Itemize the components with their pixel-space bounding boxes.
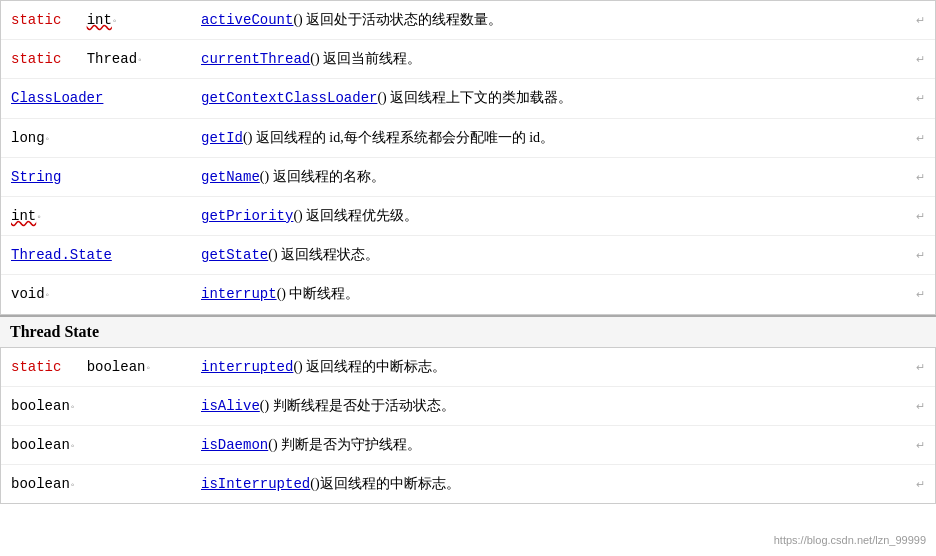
page-container: static int◦ activeCount() 返回处于活动状态的线程数量。…	[0, 0, 936, 504]
type-cell: Thread.State	[11, 243, 201, 268]
method-desc: () 中断线程。	[277, 286, 360, 301]
type-thread: Thread	[87, 51, 137, 67]
method-link[interactable]: activeCount	[201, 12, 293, 28]
table-row: ClassLoader getContextClassLoader() 返回线程…	[1, 79, 935, 118]
method-link[interactable]: interrupted	[201, 359, 293, 375]
method-cell: interrupted() 返回线程的中断标志。	[201, 354, 905, 380]
row-icon: ↵	[905, 128, 925, 150]
type-classloader[interactable]: ClassLoader	[11, 90, 103, 106]
type-threadstate[interactable]: Thread.State	[11, 247, 112, 263]
method-desc: () 返回线程上下文的类加载器。	[377, 90, 572, 105]
type-int: int	[11, 208, 36, 224]
top-table: static int◦ activeCount() 返回处于活动状态的线程数量。…	[0, 0, 936, 315]
static-keyword: static	[11, 359, 61, 375]
method-cell: isInterrupted()返回线程的中断标志。	[201, 471, 905, 497]
row-icon: ↵	[905, 284, 925, 306]
method-cell: isDaemon() 判断是否为守护线程。	[201, 432, 905, 458]
watermark-text: https://blog.csdn.net/lzn_99999	[774, 534, 926, 546]
method-desc: () 返回线程状态。	[268, 247, 379, 262]
method-link[interactable]: isInterrupted	[201, 476, 310, 492]
method-link[interactable]: getId	[201, 130, 243, 146]
row-icon: ↵	[905, 435, 925, 457]
method-cell: getState() 返回线程状态。	[201, 242, 905, 268]
type-cell: ClassLoader	[11, 86, 201, 111]
type-cell: boolean◦	[11, 433, 201, 458]
type-cell: static Thread◦	[11, 47, 201, 72]
method-desc: () 返回线程的中断标志。	[293, 359, 446, 374]
type-cell: boolean◦	[11, 394, 201, 419]
type-boolean: boolean	[11, 437, 70, 453]
method-cell: getPriority() 返回线程优先级。	[201, 203, 905, 229]
static-keyword: static	[11, 12, 61, 28]
method-link[interactable]: currentThread	[201, 51, 310, 67]
table-row: boolean◦ isAlive() 判断线程是否处于活动状态。 ↵	[1, 387, 935, 426]
row-icon: ↵	[905, 396, 925, 418]
method-desc: () 返回线程的 id,每个线程系统都会分配唯一的 id。	[243, 130, 554, 145]
method-link[interactable]: getPriority	[201, 208, 293, 224]
method-cell: getContextClassLoader() 返回线程上下文的类加载器。	[201, 85, 905, 111]
row-icon: ↵	[905, 167, 925, 189]
table-row: static Thread◦ currentThread() 返回当前线程。 ↵	[1, 40, 935, 79]
table-row: Thread.State getState() 返回线程状态。 ↵	[1, 236, 935, 275]
table-row: String getName() 返回线程的名称。 ↵	[1, 158, 935, 197]
method-desc: () 判断线程是否处于活动状态。	[260, 398, 455, 413]
table-row: long◦ getId() 返回线程的 id,每个线程系统都会分配唯一的 id。…	[1, 119, 935, 158]
method-link[interactable]: isDaemon	[201, 437, 268, 453]
type-cell: int◦	[11, 204, 201, 229]
row-icon: ↵	[905, 357, 925, 379]
row-icon: ↵	[905, 474, 925, 496]
method-desc: () 返回处于活动状态的线程数量。	[293, 12, 502, 27]
type-string[interactable]: String	[11, 169, 61, 185]
bottom-table: static boolean◦ interrupted() 返回线程的中断标志。…	[0, 348, 936, 505]
method-link[interactable]: interrupt	[201, 286, 277, 302]
method-cell: activeCount() 返回处于活动状态的线程数量。	[201, 7, 905, 33]
method-link[interactable]: getName	[201, 169, 260, 185]
method-cell: interrupt() 中断线程。	[201, 281, 905, 307]
type-boolean: boolean	[11, 398, 70, 414]
type-cell: long◦	[11, 126, 201, 151]
method-desc: ()返回线程的中断标志。	[310, 476, 459, 491]
method-desc: () 返回线程优先级。	[293, 208, 418, 223]
thread-state-title: Thread State	[10, 323, 99, 340]
method-cell: currentThread() 返回当前线程。	[201, 46, 905, 72]
table-row: boolean◦ isInterrupted()返回线程的中断标志。 ↵	[1, 465, 935, 503]
method-link[interactable]: isAlive	[201, 398, 260, 414]
type-cell: void◦	[11, 282, 201, 307]
method-cell: getName() 返回线程的名称。	[201, 164, 905, 190]
static-keyword: static	[11, 51, 61, 67]
row-icon: ↵	[905, 245, 925, 267]
type-int: int	[87, 12, 112, 28]
table-row: int◦ getPriority() 返回线程优先级。 ↵	[1, 197, 935, 236]
type-cell: String	[11, 165, 201, 190]
thread-state-heading: Thread State	[0, 315, 936, 348]
type-cell: static int◦	[11, 8, 201, 33]
row-icon: ↵	[905, 206, 925, 228]
watermark: https://blog.csdn.net/lzn_99999	[774, 534, 926, 546]
table-row: void◦ interrupt() 中断线程。 ↵	[1, 275, 935, 313]
method-desc: () 返回线程的名称。	[260, 169, 385, 184]
method-desc: () 返回当前线程。	[310, 51, 421, 66]
type-boolean: boolean	[11, 476, 70, 492]
type-boolean: boolean	[87, 359, 146, 375]
table-row: static boolean◦ interrupted() 返回线程的中断标志。…	[1, 348, 935, 387]
type-void: void	[11, 286, 45, 302]
method-cell: getId() 返回线程的 id,每个线程系统都会分配唯一的 id。	[201, 125, 905, 151]
type-cell: static boolean◦	[11, 355, 201, 380]
method-link[interactable]: getState	[201, 247, 268, 263]
method-cell: isAlive() 判断线程是否处于活动状态。	[201, 393, 905, 419]
method-link[interactable]: getContextClassLoader	[201, 90, 377, 106]
row-icon: ↵	[905, 10, 925, 32]
type-long: long	[11, 130, 45, 146]
type-cell: boolean◦	[11, 472, 201, 497]
table-row: boolean◦ isDaemon() 判断是否为守护线程。 ↵	[1, 426, 935, 465]
table-row: static int◦ activeCount() 返回处于活动状态的线程数量。…	[1, 1, 935, 40]
method-desc: () 判断是否为守护线程。	[268, 437, 421, 452]
row-icon: ↵	[905, 88, 925, 110]
row-icon: ↵	[905, 49, 925, 71]
